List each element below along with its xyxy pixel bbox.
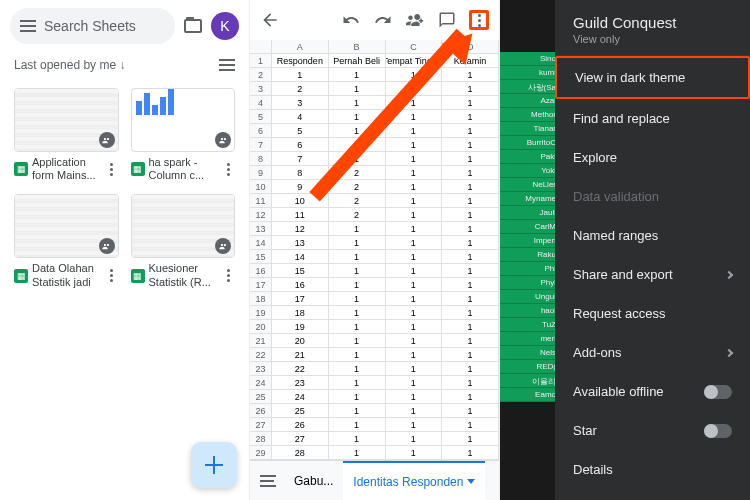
back-icon[interactable] bbox=[260, 10, 280, 30]
cell[interactable]: 1 bbox=[442, 166, 499, 179]
file-card[interactable]: ▦ha spark - Column c... bbox=[131, 88, 236, 182]
cell[interactable]: 1 bbox=[442, 138, 499, 151]
cell[interactable]: 1 bbox=[442, 320, 499, 333]
cell[interactable]: 1 bbox=[329, 418, 386, 431]
cell[interactable]: 1 bbox=[386, 124, 443, 137]
search-input[interactable]: Search Sheets bbox=[10, 8, 175, 44]
cell[interactable]: Responden bbox=[272, 54, 329, 67]
new-file-fab[interactable] bbox=[191, 442, 237, 488]
more-menu-icon[interactable] bbox=[469, 10, 489, 30]
cell[interactable]: 22 bbox=[272, 362, 329, 375]
menu-item[interactable]: Find and replace bbox=[555, 99, 750, 138]
cell[interactable]: 1 bbox=[329, 222, 386, 235]
cell[interactable]: 1 bbox=[442, 152, 499, 165]
row-header[interactable]: 15 bbox=[250, 250, 272, 263]
menu-item[interactable]: Available offline bbox=[555, 372, 750, 411]
row-header[interactable]: 29 bbox=[250, 446, 272, 459]
column-header[interactable]: B bbox=[329, 40, 386, 53]
cell[interactable]: 10 bbox=[272, 194, 329, 207]
cell[interactable]: 1 bbox=[442, 264, 499, 277]
cell[interactable]: 1 bbox=[442, 250, 499, 263]
menu-item[interactable]: Star bbox=[555, 411, 750, 450]
file-card[interactable]: ▦Application form Mains... bbox=[14, 88, 119, 182]
cell[interactable]: 1 bbox=[442, 96, 499, 109]
cell[interactable]: 1 bbox=[442, 82, 499, 95]
cell[interactable]: 1 bbox=[442, 180, 499, 193]
cell[interactable]: 1 bbox=[329, 446, 386, 459]
cell[interactable]: 1 bbox=[442, 292, 499, 305]
cell[interactable]: 1 bbox=[386, 278, 443, 291]
cell[interactable]: 18 bbox=[272, 306, 329, 319]
menu-icon[interactable] bbox=[20, 25, 36, 27]
cell[interactable]: 2 bbox=[272, 82, 329, 95]
cell[interactable]: 1 bbox=[442, 236, 499, 249]
row-header[interactable]: 20 bbox=[250, 320, 272, 333]
cell[interactable]: Tempat Tinggal bbox=[386, 54, 443, 67]
cell[interactable]: 16 bbox=[272, 278, 329, 291]
cell[interactable]: 14 bbox=[272, 250, 329, 263]
cell[interactable]: 1 bbox=[386, 348, 443, 361]
row-header[interactable]: 13 bbox=[250, 222, 272, 235]
cell[interactable]: 1 bbox=[329, 152, 386, 165]
cell[interactable]: 1 bbox=[386, 180, 443, 193]
undo-icon[interactable] bbox=[341, 10, 361, 30]
cell[interactable]: 2 bbox=[329, 180, 386, 193]
row-header[interactable]: 7 bbox=[250, 138, 272, 151]
cell[interactable]: 1 bbox=[386, 446, 443, 459]
row-header[interactable]: 10 bbox=[250, 180, 272, 193]
cell[interactable]: 1 bbox=[442, 432, 499, 445]
row-header[interactable]: 6 bbox=[250, 124, 272, 137]
cell[interactable]: 11 bbox=[272, 208, 329, 221]
cell[interactable]: 1 bbox=[386, 306, 443, 319]
cell[interactable]: 2 bbox=[329, 208, 386, 221]
cell[interactable]: 1 bbox=[329, 306, 386, 319]
row-header[interactable]: 16 bbox=[250, 264, 272, 277]
cell[interactable]: 1 bbox=[442, 124, 499, 137]
cell[interactable]: 1 bbox=[329, 362, 386, 375]
file-card[interactable]: ▦Kuesioner Statistik (R... bbox=[131, 194, 236, 288]
cell[interactable]: 17 bbox=[272, 292, 329, 305]
comment-icon[interactable] bbox=[437, 10, 457, 30]
sheet-tab-active[interactable]: Identitas Responden bbox=[343, 461, 485, 500]
cell[interactable]: 1 bbox=[386, 110, 443, 123]
cell[interactable]: 1 bbox=[442, 68, 499, 81]
redo-icon[interactable] bbox=[373, 10, 393, 30]
cell[interactable]: 23 bbox=[272, 376, 329, 389]
cell[interactable]: 1 bbox=[386, 208, 443, 221]
cell[interactable]: 1 bbox=[329, 138, 386, 151]
cell[interactable]: 1 bbox=[386, 292, 443, 305]
cell[interactable]: 1 bbox=[329, 348, 386, 361]
cell[interactable]: 1 bbox=[329, 96, 386, 109]
cell[interactable]: 1 bbox=[386, 418, 443, 431]
row-header[interactable]: 23 bbox=[250, 362, 272, 375]
cell[interactable]: 1 bbox=[442, 334, 499, 347]
cell[interactable]: 1 bbox=[386, 432, 443, 445]
sort-button[interactable]: Last opened by me ↓ bbox=[14, 58, 125, 72]
menu-item[interactable]: Help and feedback bbox=[555, 489, 750, 500]
cell[interactable]: 1 bbox=[386, 390, 443, 403]
row-header[interactable]: 1 bbox=[250, 54, 272, 67]
cell[interactable]: 4 bbox=[272, 110, 329, 123]
row-header[interactable]: 17 bbox=[250, 278, 272, 291]
row-header[interactable]: 12 bbox=[250, 208, 272, 221]
cell[interactable]: 1 bbox=[386, 404, 443, 417]
cell[interactable]: 1 bbox=[386, 264, 443, 277]
cell[interactable]: 21 bbox=[272, 348, 329, 361]
cell[interactable]: 1 bbox=[442, 362, 499, 375]
column-header[interactable]: A bbox=[272, 40, 329, 53]
cell[interactable]: 13 bbox=[272, 236, 329, 249]
row-header[interactable]: 9 bbox=[250, 166, 272, 179]
cell[interactable]: 1 bbox=[329, 110, 386, 123]
row-header[interactable]: 24 bbox=[250, 376, 272, 389]
menu-item[interactable]: Named ranges bbox=[555, 216, 750, 255]
cell[interactable]: 28 bbox=[272, 446, 329, 459]
row-header[interactable]: 4 bbox=[250, 96, 272, 109]
cell[interactable]: 1 bbox=[442, 278, 499, 291]
cell[interactable]: 1 bbox=[329, 404, 386, 417]
cell[interactable]: 2 bbox=[329, 194, 386, 207]
row-header[interactable]: 18 bbox=[250, 292, 272, 305]
cell[interactable]: 1 bbox=[386, 96, 443, 109]
cell[interactable]: 1 bbox=[329, 124, 386, 137]
cell[interactable]: Pernah Beli bbox=[329, 54, 386, 67]
cell[interactable]: 1 bbox=[442, 222, 499, 235]
